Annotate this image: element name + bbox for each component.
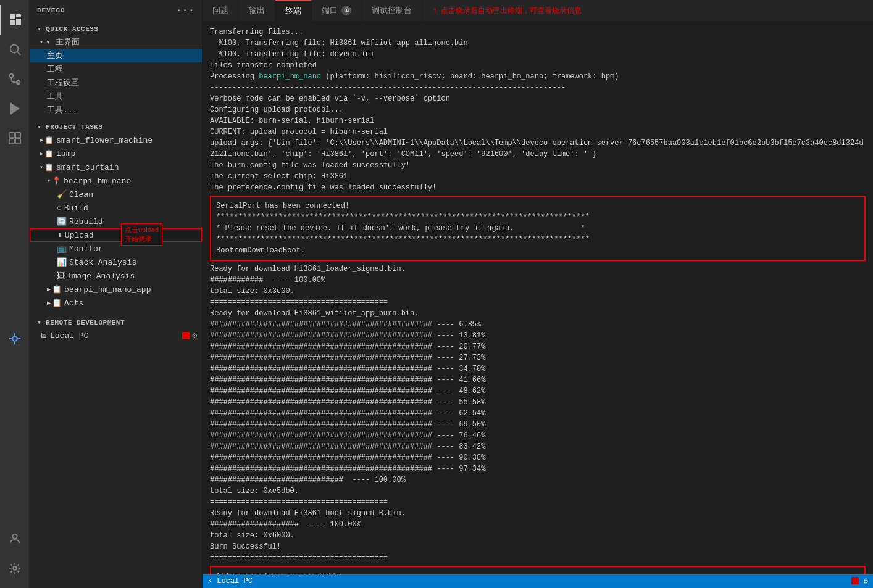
smart-flower-chevron: ▶ [40, 136, 43, 144]
stop-icon[interactable] [182, 332, 190, 339]
rebuild-label: Rebuild [69, 217, 103, 226]
svg-rect-3 [16, 19, 21, 25]
clean-icon: 🧹 [57, 189, 67, 199]
term-line-34: ########################################… [210, 408, 866, 419]
project-bearpi-app[interactable]: ▶ 📋 bearpi_hm_nano_app [30, 283, 202, 296]
project-smart-curtain[interactable]: ▾ 📋 smart_curtain [30, 160, 202, 174]
term-line-39: ########################################… [210, 463, 866, 474]
tab-port-badge: ① [341, 6, 351, 15]
project-bearpi[interactable]: ▾ 📍 bearpi_hm_nano [30, 174, 202, 188]
term-line-4: Files transfer completed [210, 60, 866, 71]
upload-label: Upload [65, 231, 94, 240]
project-tasks-title[interactable]: ▾ PROJECT TASKS [30, 119, 202, 133]
tab-output[interactable]: 输出 [239, 0, 275, 22]
sidebar-item-tools[interactable]: 工具 [30, 89, 202, 103]
acts-icon: 📋 [52, 298, 62, 308]
project-smart-flower[interactable]: ▶ 📋 smart_flower_machine [30, 133, 202, 147]
project-tasks-section: ▾ PROJECT TASKS ▶ 📋 smart_flower_machine… [30, 117, 202, 310]
settings-status-icon[interactable]: ⚙ [864, 577, 868, 586]
serial-line-3: * Please reset the device. If it doesn't… [216, 223, 859, 234]
term-line-31: ########################################… [210, 375, 866, 386]
task-stack-analysis[interactable]: 📊 Stack Analysis [30, 255, 202, 269]
run-activity-item[interactable] [0, 94, 30, 123]
task-clean[interactable]: 🧹 Clean [30, 188, 202, 201]
sidebar-item-tools-more[interactable]: 工具... [30, 103, 202, 117]
term-line-25: Ready for download Hi3861_wifiiot_app_bu… [210, 308, 866, 319]
term-line-30: ########################################… [210, 363, 866, 375]
bearpi-app-label: bearpi_hm_nano_app [64, 285, 151, 294]
build-icon: ○ [57, 204, 62, 213]
sidebar-menu-icon[interactable]: ··· [176, 5, 194, 16]
lamp-chevron: ▶ [40, 150, 43, 157]
svg-point-14 [12, 336, 17, 341]
project-label: 工程 [47, 64, 63, 75]
search-activity-item[interactable] [0, 35, 30, 64]
terminal-area[interactable]: Transferring files... %100, Transferring… [203, 22, 873, 574]
term-line-48: ======================================== [210, 552, 866, 563]
svg-rect-2 [10, 20, 15, 25]
upload-annotation: 点击upload开始烧录 [121, 223, 162, 246]
term-line-13: The burn.config file was loaded successf… [210, 160, 866, 171]
stop-status-icon[interactable] [851, 577, 859, 584]
account-activity-item[interactable] [0, 524, 30, 553]
tab-problems[interactable]: 问题 [203, 0, 239, 22]
stack-analysis-icon: 📊 [57, 257, 67, 267]
main-interface-label: ▾ 主界面 [46, 36, 80, 48]
term-line-37: ########################################… [210, 441, 866, 452]
task-monitor[interactable]: 📺 Monitor [30, 242, 202, 255]
term-line-21: ############ ---- 100.00% [210, 275, 866, 286]
remote-dev-title[interactable]: ▾ REMOTE DEVELOPMENT [30, 315, 202, 329]
term-line-3: %100, Transferring file: deveco.ini [210, 49, 866, 60]
term-line-26: ########################################… [210, 319, 866, 330]
smart-flower-icon: 📋 [44, 136, 54, 145]
source-control-activity-item[interactable] [0, 64, 30, 94]
task-rebuild[interactable]: 🔄 Rebuild [30, 215, 202, 228]
deveco-logo: DEVECO [37, 7, 65, 14]
sidebar-item-project-settings[interactable]: 工程设置 [30, 76, 202, 89]
project-acts[interactable]: ▶ 📋 Acts [30, 296, 202, 310]
tab-terminal[interactable]: 终端 [275, 0, 312, 22]
explorer-activity-item[interactable] [0, 5, 30, 35]
term-line-35: ########################################… [210, 419, 866, 430]
task-upload[interactable]: ⬆ Upload [30, 228, 202, 242]
term-line-42: ======================================== [210, 497, 866, 508]
remote-settings-icon[interactable]: ⚙ [192, 331, 197, 341]
tab-debug-console[interactable]: 调试控制台 [362, 0, 422, 22]
local-pc-icon: 🖥 [40, 331, 48, 341]
tab-bar: 问题 输出 终端 端口 ① 调试控制台 ↑ 点击烧录后自动弹出终端，可查看烧录信… [203, 0, 873, 22]
serial-line-1: SerialPort has been connected! [216, 201, 859, 212]
term-line-38: ########################################… [210, 452, 866, 463]
project-lamp[interactable]: ▶ 📋 lamp [30, 147, 202, 160]
image-analysis-icon: 🖼 [57, 271, 65, 281]
term-line-6: ----------------------------------------… [210, 82, 866, 93]
task-image-analysis[interactable]: 🖼 Image Analysis [30, 269, 202, 283]
svg-rect-10 [9, 133, 14, 138]
bearpi-icon: 📍 [52, 176, 61, 186]
remote-activity-item[interactable] [0, 324, 30, 354]
svg-rect-12 [9, 139, 14, 144]
sidebar-item-project[interactable]: 工程 [30, 62, 202, 76]
bearpi-app-chevron: ▶ [47, 286, 51, 293]
tab-port[interactable]: 端口 ① [312, 0, 362, 22]
bearpi-label: bearpi_hm_nano [64, 176, 131, 186]
serial-line-6: BootromDownloadBoot. [216, 245, 859, 256]
bearpi-app-icon: 📋 [52, 284, 62, 294]
term-line-23: ======================================== [210, 297, 866, 308]
extensions-activity-item[interactable] [0, 123, 30, 153]
tab-problems-label: 问题 [212, 5, 228, 16]
top-annotation: ↑ 点击烧录后自动弹出终端，可查看烧录信息 [432, 5, 582, 16]
project-settings-label: 工程设置 [47, 77, 79, 88]
svg-rect-11 [15, 133, 20, 138]
tools-more-label: 工具... [47, 104, 77, 115]
task-build[interactable]: ○ Build [30, 201, 202, 215]
sidebar-item-home[interactable]: 主页 [30, 49, 202, 62]
main-interface-tree-item[interactable]: ▾ ▾ 主界面 [30, 35, 202, 49]
sidebar: DEVECO ··· ▾ QUICK ACCESS ▾ ▾ 主界面 主页 工程 … [30, 0, 203, 588]
local-pc-item[interactable]: 🖥 Local PC ⚙ [30, 329, 202, 342]
term-line-9: Configuring upload protocol... [210, 104, 866, 115]
term-line-33: ########################################… [210, 397, 866, 408]
settings-activity-item[interactable] [0, 553, 30, 583]
burn-success-box: All images burn successfully. ==========… [210, 566, 866, 574]
quick-access-title[interactable]: ▾ QUICK ACCESS [30, 21, 202, 35]
monitor-label: Monitor [69, 244, 103, 254]
